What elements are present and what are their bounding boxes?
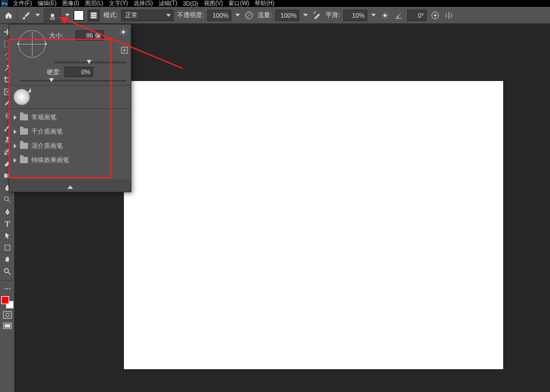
brush-folder-1[interactable]: 干介质画笔 <box>9 124 131 139</box>
opacity-label: 不透明度: <box>177 11 204 19</box>
smoothing-label: 平滑: <box>326 11 340 19</box>
size-input[interactable] <box>75 30 104 41</box>
menu-window[interactable]: 窗口(W) <box>226 0 252 7</box>
flow-label: 流量: <box>258 11 272 19</box>
svg-point-4 <box>384 14 387 17</box>
brush-preset-popup: 大小: 硬度: 常规画笔 干介质画笔 湿介质画笔 特殊效果 <box>9 24 131 192</box>
menu-view[interactable]: 视图(V) <box>201 0 226 7</box>
brush-folder-3[interactable]: 特殊效果画笔 <box>9 153 131 167</box>
brush-folder-label: 干介质画笔 <box>31 127 63 136</box>
canvas[interactable] <box>124 81 503 369</box>
menu-help[interactable]: 帮助(H) <box>252 0 277 7</box>
new-preset-icon[interactable] <box>121 46 129 54</box>
brush-folder-label: 湿介质画笔 <box>31 142 63 150</box>
brush-folder-2[interactable]: 湿介质画笔 <box>9 139 131 153</box>
pressure-opacity-icon[interactable] <box>244 10 254 21</box>
quickmask-icon[interactable] <box>1 310 14 320</box>
brush-tool-icon <box>21 10 31 21</box>
brush-angle-control[interactable] <box>18 30 46 58</box>
smoothing-dropdown[interactable] <box>371 10 376 21</box>
svg-point-6 <box>434 14 436 17</box>
tool-pen[interactable] <box>1 206 14 217</box>
symmetry-icon[interactable] <box>444 10 454 21</box>
menu-bar: Ps 文件(F) 编辑(E) 图像(I) 图层(L) 文字(Y) 选择(S) 滤… <box>0 0 550 7</box>
smoothing-options-icon[interactable] <box>380 10 390 21</box>
svg-rect-20 <box>5 324 10 328</box>
folder-icon <box>20 157 28 163</box>
brush-folder-0[interactable]: 常规画笔 <box>9 110 131 124</box>
svg-point-15 <box>7 288 8 289</box>
foreground-color[interactable] <box>1 296 9 304</box>
folder-icon <box>20 143 28 149</box>
airbrush-icon[interactable] <box>312 10 322 21</box>
mode-label: 模式: <box>103 11 118 19</box>
svg-point-16 <box>9 288 10 289</box>
size-label: 大小: <box>49 31 72 40</box>
menu-select[interactable]: 选择(S) <box>131 0 155 7</box>
color-swatch[interactable] <box>74 10 84 21</box>
svg-point-21 <box>122 30 125 33</box>
brush-preset-picker[interactable]: 86 <box>44 9 61 22</box>
flow-input[interactable]: 100% <box>275 10 299 21</box>
brush-folder-label: 特殊效果画笔 <box>31 156 69 164</box>
svg-point-11 <box>4 197 8 201</box>
tool-type[interactable] <box>1 218 14 229</box>
hardness-input[interactable] <box>65 67 93 77</box>
brush-preset-dropdown[interactable] <box>65 10 70 21</box>
menu-3d[interactable]: 3D(D) <box>180 1 201 7</box>
chevron-right-icon <box>14 115 17 120</box>
svg-point-2 <box>314 13 315 14</box>
svg-point-13 <box>4 269 8 273</box>
popup-resize-handle[interactable] <box>9 181 131 192</box>
mode-select[interactable]: 正常 <box>121 10 174 21</box>
menu-image[interactable]: 图像(I) <box>59 0 82 7</box>
hardness-label: 硬度: <box>47 68 61 76</box>
flow-dropdown[interactable] <box>303 10 308 21</box>
tool-more[interactable] <box>1 283 14 294</box>
home-icon[interactable] <box>3 10 14 21</box>
svg-rect-0 <box>91 12 97 18</box>
opacity-input[interactable]: 100% <box>207 10 231 21</box>
angle-icon <box>394 10 404 21</box>
tool-path-select[interactable] <box>1 230 14 241</box>
svg-point-14 <box>5 288 6 289</box>
brush-settings-panel-icon[interactable] <box>87 9 100 22</box>
svg-rect-17 <box>3 312 11 318</box>
hardness-slider[interactable] <box>19 80 126 82</box>
brush-folder-label: 常规画笔 <box>31 113 57 122</box>
tool-zoom[interactable] <box>1 266 14 277</box>
folder-icon <box>20 114 28 120</box>
menu-filter[interactable]: 滤镜(T) <box>156 0 180 7</box>
options-bar: 86 模式: 正常 不透明度: 100% 流量: 100% 平滑: 10% 0° <box>0 7 550 24</box>
menu-type[interactable]: 文字(Y) <box>106 0 131 7</box>
svg-point-3 <box>315 11 316 13</box>
svg-rect-12 <box>5 245 10 250</box>
angle-input[interactable]: 0° <box>407 10 427 21</box>
app-icon: Ps <box>1 0 8 7</box>
brush-tool-dropdown[interactable] <box>35 10 41 21</box>
tool-shape[interactable] <box>1 242 14 253</box>
opacity-dropdown[interactable] <box>235 10 240 21</box>
chevron-right-icon <box>14 158 17 163</box>
brush-thumbnail-row <box>9 87 131 107</box>
chevron-right-icon <box>14 130 17 134</box>
smoothing-input[interactable]: 10% <box>343 10 367 21</box>
menu-file[interactable]: 文件(F) <box>10 0 35 7</box>
toolbox-separator <box>2 280 13 281</box>
svg-point-18 <box>6 313 9 317</box>
size-slider[interactable] <box>55 62 126 63</box>
screenmode-icon[interactable] <box>1 321 14 332</box>
gear-icon[interactable] <box>119 28 127 36</box>
chevron-right-icon <box>14 144 17 148</box>
tool-dodge[interactable] <box>1 194 14 205</box>
pressure-size-icon[interactable] <box>430 10 440 21</box>
foreground-background-colors[interactable] <box>1 296 14 309</box>
tool-hand[interactable] <box>1 254 14 265</box>
menu-edit[interactable]: 编辑(E) <box>35 0 59 7</box>
menu-layer[interactable]: 图层(L) <box>82 0 106 7</box>
current-brush-thumbnail[interactable] <box>14 89 30 105</box>
folder-icon <box>20 128 28 135</box>
mode-value: 正常 <box>125 11 138 19</box>
